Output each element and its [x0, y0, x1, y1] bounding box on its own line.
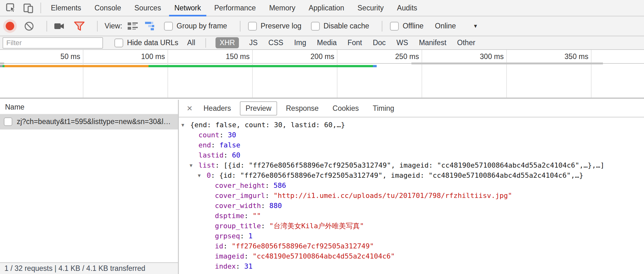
tree-token-plain: :	[211, 141, 220, 149]
detail-tab-response[interactable]: Response	[281, 102, 324, 115]
request-row[interactable]: zj?ch=beauty&t1=595&listtype=new&sn=30&l…	[0, 114, 178, 129]
expander-triangle-icon[interactable]: ▼	[181, 120, 184, 130]
large-request-rows-icon[interactable]	[127, 22, 138, 31]
filter-type-ws[interactable]: WS	[396, 37, 409, 48]
filter-type-media[interactable]: Media	[316, 37, 337, 48]
screenshot-capture-icon[interactable]	[54, 22, 65, 31]
tree-row[interactable]: index: 31	[179, 261, 644, 271]
device-toolbar-icon[interactable]	[22, 2, 35, 14]
hide-data-urls-label[interactable]: Hide data URLs	[127, 39, 178, 47]
filter-type-separator	[205, 38, 206, 48]
tree-row[interactable]: ▼{end: false, count: 30, lastid: 60,…}	[179, 120, 644, 130]
preserve-log-label[interactable]: Preserve log	[261, 22, 301, 30]
ruler-gridline	[506, 50, 507, 98]
filter-type-all[interactable]: All	[186, 37, 196, 48]
tree-token-key: grpseq	[215, 232, 240, 240]
filter-type-img[interactable]: Img	[294, 37, 307, 48]
tree-token-key: count	[198, 131, 219, 139]
expander-triangle-icon[interactable]: ▼	[198, 170, 201, 181]
tree-token-plain: :	[215, 161, 224, 169]
filter-type-manifest[interactable]: Manifest	[418, 37, 447, 48]
expander-triangle-icon[interactable]: ▼	[190, 160, 192, 170]
tab-elements[interactable]: Elements	[44, 0, 88, 16]
filter-type-other[interactable]: Other	[457, 37, 476, 48]
tab-application[interactable]: Application	[302, 0, 351, 16]
throttling-select[interactable]: Online ▼	[435, 22, 478, 30]
tree-token-plain: :	[219, 131, 228, 139]
filter-type-font[interactable]: Font	[347, 37, 363, 48]
tree-row[interactable]: cover_width: 880	[179, 201, 644, 211]
hide-data-urls-checkbox[interactable]	[114, 39, 123, 47]
tree-token-key: id	[215, 242, 223, 250]
filter-icon[interactable]	[74, 21, 85, 31]
filter-type-css[interactable]: CSS	[268, 37, 284, 48]
record-button[interactable]	[6, 22, 14, 30]
ruler-gridline	[167, 50, 168, 98]
request-row-checkbox[interactable]	[4, 117, 12, 126]
detail-tab-preview[interactable]: Preview	[240, 101, 277, 116]
network-overview[interactable]: 50 ms100 ms150 ms200 ms250 ms300 ms350 m…	[0, 50, 644, 99]
ruler-gridline	[422, 50, 422, 98]
request-list-panel: Name zj?ch=beauty&t1=595&listtype=new&sn…	[0, 100, 178, 274]
tree-row[interactable]: …	[179, 271, 644, 274]
devtools-tab-bar: ElementsConsoleSourcesNetworkPerformance…	[0, 0, 644, 16]
tree-row[interactable]: ▼list: [{id: "ff276e8056f58896e7cf92505a…	[179, 160, 644, 170]
offline-checkbox[interactable]	[390, 22, 399, 31]
network-status-bar: 1 / 32 requests | 4.1 KB / 4.1 KB transf…	[0, 262, 178, 274]
tree-token-key: …	[215, 272, 219, 274]
ruler-gridline	[83, 50, 83, 98]
tab-audits[interactable]: Audits	[390, 0, 424, 16]
tree-row[interactable]: id: "ff276e8056f58896e7cf92505a312749"	[179, 241, 644, 251]
tree-token-plain: :	[240, 232, 248, 240]
detail-tab-cookies[interactable]: Cookies	[327, 102, 364, 115]
tree-token-str: "台湾美女Kila户外唯美写真"	[269, 222, 364, 230]
tree-token-plain: [{id: "ff276e8056f58896e7cf92505a312749"…	[223, 161, 604, 169]
tree-token-key: lastid	[198, 151, 223, 159]
toolbar-separator-1	[46, 21, 47, 32]
tree-token-key: imageid	[215, 252, 244, 260]
show-overview-waterfall-icon[interactable]	[145, 21, 156, 31]
tree-row[interactable]: group_title: "台湾美女Kila户外唯美写真"	[179, 221, 644, 231]
tree-row[interactable]: dsptime: ""	[179, 211, 644, 221]
tabbar-icons	[0, 2, 37, 14]
clear-button[interactable]	[24, 21, 34, 32]
tree-row[interactable]: lastid: 60	[179, 150, 644, 160]
detail-tab-headers[interactable]: Headers	[198, 102, 236, 115]
tree-row[interactable]: count: 30	[179, 130, 644, 140]
detail-tab-timing[interactable]: Timing	[368, 102, 399, 115]
ruler-gridline	[252, 50, 253, 98]
tab-performance[interactable]: Performance	[208, 0, 263, 16]
throttling-value: Online	[435, 22, 456, 30]
inspect-element-icon[interactable]	[4, 2, 17, 14]
tree-row[interactable]: grpseq: 1	[179, 231, 644, 241]
tree-row[interactable]: ▼0: {id: "ff276e8056f58896e7cf92505a3127…	[179, 170, 644, 181]
close-icon[interactable]: ×	[183, 103, 197, 114]
name-column-header[interactable]: Name	[0, 100, 178, 114]
disable-cache-checkbox[interactable]	[311, 22, 320, 31]
tab-memory[interactable]: Memory	[263, 0, 302, 16]
group-by-frame-checkbox[interactable]	[164, 22, 173, 31]
preserve-log-checkbox[interactable]	[248, 22, 257, 31]
tree-row[interactable]: imageid: "cc48190e57100864abc4d55a2c4104…	[179, 251, 644, 261]
filter-type-doc[interactable]: Doc	[372, 37, 386, 48]
disable-cache-label[interactable]: Disable cache	[324, 22, 369, 30]
requests-summary: 1 / 32 requests | 4.1 KB / 4.1 KB transf…	[4, 264, 145, 273]
tab-network[interactable]: Network	[168, 0, 208, 16]
toolbar-separator-3	[240, 21, 240, 32]
tree-row[interactable]: cover_height: 586	[179, 181, 644, 191]
filter-input[interactable]	[3, 37, 103, 49]
tree-token-str: ""	[252, 212, 261, 220]
tree-token-str: "http://i1.umei.cc/uploads/tu/201701/798…	[273, 192, 512, 200]
tab-sources[interactable]: Sources	[128, 0, 167, 16]
tree-row[interactable]: end: false	[179, 140, 644, 150]
filter-type-xhr[interactable]: XHR	[216, 37, 239, 48]
offline-label[interactable]: Offline	[403, 22, 423, 30]
group-by-frame-label[interactable]: Group by frame	[177, 22, 227, 30]
filter-type-js[interactable]: JS	[248, 37, 258, 48]
ruler-gridline	[337, 50, 337, 98]
tree-token-key: cover_width	[215, 202, 261, 210]
tab-security[interactable]: Security	[351, 0, 390, 16]
tree-token-key: cover_imgurl	[215, 192, 265, 200]
tab-console[interactable]: Console	[88, 0, 128, 16]
tree-row[interactable]: cover_imgurl: "http://i1.umei.cc/uploads…	[179, 191, 644, 201]
